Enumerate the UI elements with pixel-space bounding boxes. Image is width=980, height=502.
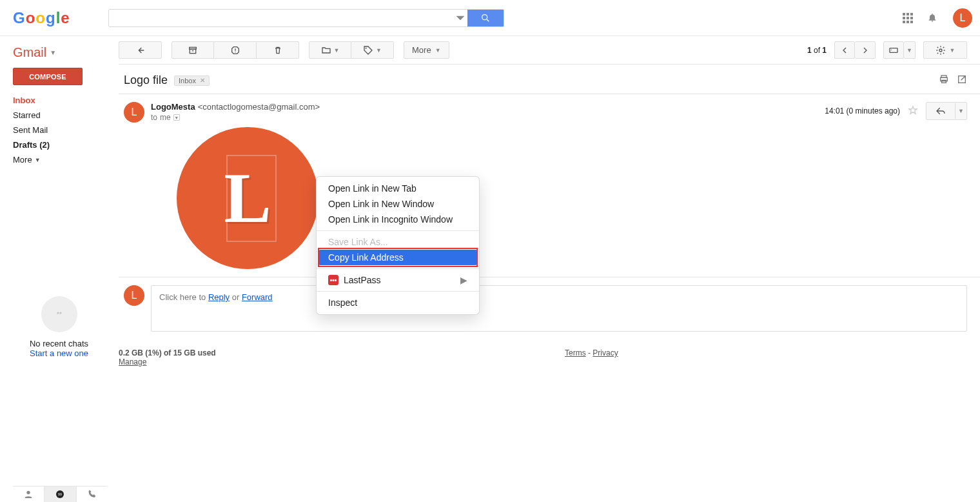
search-input[interactable] — [109, 10, 453, 26]
spam-button[interactable] — [214, 41, 257, 59]
action-group-2: ▼ ▼ — [309, 41, 394, 59]
message-container: L LogoMesta <contactlogomesta@gmail.com>… — [119, 94, 980, 277]
to-prefix: to — [151, 113, 157, 122]
new-window-button[interactable] — [957, 74, 967, 86]
reply-link[interactable]: Reply — [208, 292, 230, 302]
context-menu: Open Link in New Tab Open Link in New Wi… — [316, 176, 480, 315]
terms-link[interactable]: Terms — [565, 348, 586, 357]
svg-line-1 — [487, 19, 489, 21]
prev-button[interactable] — [834, 41, 855, 59]
hangouts-icon — [41, 296, 77, 332]
svg-point-13 — [939, 49, 942, 52]
keyboard-dd-button[interactable]: ▼ — [904, 41, 916, 59]
ctx-open-incognito[interactable]: Open Link in Incognito Window — [317, 212, 479, 227]
sidebar-item-drafts[interactable]: Drafts (2) — [13, 137, 118, 152]
sidebar-item-sent[interactable]: Sent Mail — [13, 123, 118, 137]
toolbar-more-button[interactable]: More ▼ — [404, 41, 449, 59]
footer-links: Terms - Privacy — [565, 348, 618, 366]
forward-link[interactable]: Forward — [242, 292, 273, 302]
ctx-inspect[interactable]: Inspect — [317, 295, 479, 310]
search-options-button[interactable] — [453, 10, 467, 26]
keyboard-button[interactable] — [883, 41, 904, 59]
popout-icon — [957, 74, 967, 85]
folder-icon — [321, 45, 331, 55]
more-label: More — [13, 155, 32, 165]
next-button[interactable] — [855, 41, 876, 59]
ctx-save-link-as: Save Link As... — [317, 234, 479, 250]
subject-actions — [939, 74, 967, 86]
gmail-switcher[interactable]: Gmail ▼ — [13, 45, 118, 60]
ctx-lastpass[interactable]: ••• LastPass ▶ — [317, 272, 479, 288]
ctx-open-new-tab[interactable]: Open Link in New Tab — [317, 181, 479, 196]
self-avatar: L — [124, 285, 144, 306]
gear-icon — [936, 45, 946, 55]
reply-button[interactable] — [926, 103, 955, 119]
notifications-button[interactable] — [927, 12, 939, 24]
settings-button[interactable]: ▼ — [923, 41, 967, 59]
compose-button[interactable]: COMPOSE — [13, 68, 83, 85]
chevron-right-icon — [860, 45, 870, 55]
trash-icon — [273, 45, 283, 55]
logo-letter: G — [13, 9, 25, 27]
archive-button[interactable] — [172, 41, 214, 59]
sidebar-item-more[interactable]: More ▼ — [13, 152, 118, 167]
search-button[interactable] — [467, 10, 504, 26]
tag-icon — [363, 45, 373, 55]
search-container — [108, 9, 504, 27]
sidebar-item-starred[interactable]: Starred — [13, 108, 118, 123]
no-chats-label: No recent chats — [13, 339, 105, 348]
caret-down-icon — [455, 13, 466, 23]
back-button[interactable] — [119, 41, 162, 59]
header-bar: G o o g l e L — [0, 0, 980, 36]
google-apps-button[interactable] — [903, 13, 913, 23]
svg-point-9 — [235, 52, 235, 52]
ctx-separator — [317, 268, 479, 269]
logo-letter: l — [56, 9, 61, 27]
move-to-button[interactable]: ▼ — [309, 41, 351, 59]
print-icon — [939, 74, 949, 85]
print-button[interactable] — [939, 74, 949, 86]
sender-avatar[interactable]: L — [124, 102, 144, 123]
account-avatar[interactable]: L — [953, 8, 972, 28]
action-group-1 — [172, 41, 299, 59]
reply-prefix: Click here to — [159, 292, 208, 302]
lastpass-icon: ••• — [328, 275, 338, 285]
delete-button[interactable] — [257, 41, 299, 59]
google-logo[interactable]: G o o g l e — [13, 9, 70, 27]
privacy-link[interactable]: Privacy — [593, 348, 618, 357]
star-icon — [908, 105, 918, 115]
logo-letter: g — [46, 9, 55, 27]
start-chat-link[interactable]: Start a new one — [30, 348, 88, 358]
reply-compose-box[interactable]: Click here to Reply or Forward — [151, 285, 967, 332]
back-arrow-icon — [135, 45, 146, 55]
reply-more-button[interactable]: ▼ — [955, 103, 966, 119]
caret-down-icon: ▼ — [35, 157, 41, 163]
ctx-open-new-window[interactable]: Open Link in New Window — [317, 196, 479, 212]
svg-point-0 — [482, 14, 487, 19]
remove-label-icon[interactable]: ✕ — [200, 77, 205, 84]
message-meta: 14:01 (0 minutes ago) ▼ — [825, 102, 967, 120]
svg-point-10 — [366, 47, 367, 48]
input-tools-group: ▼ — [883, 41, 916, 59]
caret-down-icon: ▼ — [376, 47, 382, 54]
footer-sep: - — [586, 348, 593, 357]
pager — [834, 41, 876, 59]
star-button[interactable] — [908, 105, 918, 117]
ctx-copy-link-address[interactable]: Copy Link Address — [318, 250, 477, 265]
sidebar-item-inbox[interactable]: Inbox — [13, 93, 118, 108]
labels-button[interactable]: ▼ — [351, 41, 394, 59]
message-toolbar: ▼ ▼ More ▼ 1 of 1 ▼ ▼ — [119, 36, 980, 65]
usage-text: 0.2 GB (1%) of 15 GB used — [119, 348, 216, 357]
subject-label-tag[interactable]: Inbox ✕ — [174, 75, 210, 86]
header-right: L — [903, 8, 972, 28]
show-details-button[interactable]: ▼ — [173, 114, 180, 121]
sender-name[interactable]: LogoMesta — [151, 102, 195, 112]
logo-letter: L — [224, 157, 271, 239]
manage-storage-link[interactable]: Manage — [119, 357, 146, 366]
gmail-label: Gmail — [13, 45, 46, 60]
subject-row: Logo file Inbox ✕ — [119, 65, 980, 94]
bell-icon — [927, 12, 937, 23]
search-icon — [480, 13, 491, 23]
to-recipient: me — [160, 113, 171, 122]
logo-image-attachment[interactable]: L — [177, 127, 318, 269]
